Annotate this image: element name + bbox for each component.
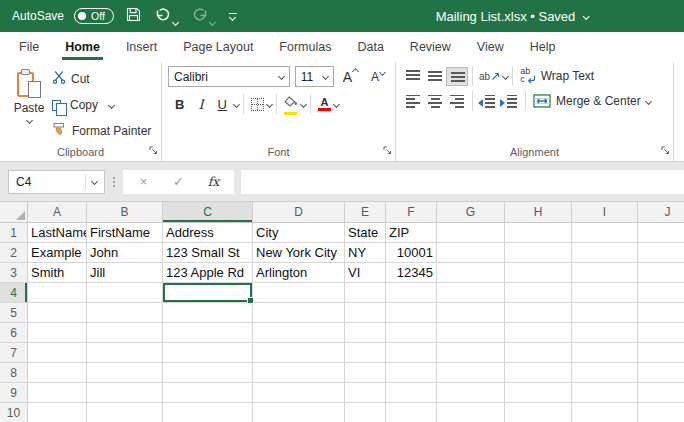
cell-H2[interactable] bbox=[505, 243, 572, 263]
tab-insert[interactable]: Insert bbox=[113, 32, 170, 62]
cell-I7[interactable] bbox=[572, 343, 638, 363]
cell-J6[interactable] bbox=[638, 323, 684, 343]
decrease-font-size-button[interactable]: A bbox=[367, 70, 389, 84]
column-header-D[interactable]: D bbox=[253, 202, 345, 223]
cell-G3[interactable] bbox=[437, 263, 505, 283]
cell-J7[interactable] bbox=[638, 343, 684, 363]
cell-J9[interactable] bbox=[638, 383, 684, 403]
align-right-button[interactable] bbox=[446, 92, 468, 111]
fill-color-button[interactable] bbox=[281, 93, 301, 115]
copy-button[interactable]: Copy bbox=[52, 94, 151, 116]
cell-E4[interactable] bbox=[345, 283, 386, 303]
cell-A7[interactable] bbox=[28, 343, 87, 363]
formula-input[interactable] bbox=[241, 170, 684, 194]
cell-H3[interactable] bbox=[505, 263, 572, 283]
font-dialog-launcher-icon[interactable] bbox=[383, 145, 392, 157]
customize-quick-access-toolbar-button[interactable] bbox=[227, 11, 239, 22]
cell-H7[interactable] bbox=[505, 343, 572, 363]
format-painter-button[interactable]: Format Painter bbox=[52, 120, 151, 142]
cell-G8[interactable] bbox=[437, 363, 505, 383]
increase-font-size-button[interactable]: A bbox=[339, 69, 362, 85]
cell-I2[interactable] bbox=[572, 243, 638, 263]
cell-B6[interactable] bbox=[87, 323, 163, 343]
cell-D2[interactable]: New York City bbox=[253, 243, 345, 263]
cell-B8[interactable] bbox=[87, 363, 163, 383]
cell-D5[interactable] bbox=[253, 303, 345, 323]
cell-A4[interactable] bbox=[28, 283, 87, 303]
name-box-dropdown-icon[interactable] bbox=[91, 178, 98, 185]
tab-review[interactable]: Review bbox=[397, 32, 464, 62]
merge-center-button[interactable]: Merge & Center bbox=[530, 94, 654, 108]
cell-B5[interactable] bbox=[87, 303, 163, 323]
cell-E2[interactable]: NY bbox=[345, 243, 386, 263]
wrap-text-button[interactable]: ab c Wrap Text bbox=[517, 68, 597, 84]
column-header-C[interactable]: C bbox=[163, 202, 253, 223]
name-box[interactable]: C4 bbox=[8, 170, 105, 194]
column-header-B[interactable]: B bbox=[87, 202, 163, 223]
cell-J3[interactable] bbox=[638, 263, 684, 283]
font-color-button[interactable]: A bbox=[315, 97, 334, 111]
center-button[interactable] bbox=[424, 92, 446, 111]
row-header-6[interactable]: 6 bbox=[0, 323, 28, 343]
cell-I1[interactable] bbox=[572, 223, 638, 243]
cell-C8[interactable] bbox=[163, 363, 253, 383]
cell-A1[interactable]: LastName bbox=[28, 223, 87, 243]
column-header-H[interactable]: H bbox=[505, 202, 572, 223]
save-button[interactable] bbox=[124, 5, 143, 27]
underline-button[interactable]: U bbox=[211, 97, 234, 112]
fill-color-dropdown-icon[interactable] bbox=[300, 100, 307, 107]
cell-B3[interactable]: Jill bbox=[87, 263, 163, 283]
cell-G1[interactable] bbox=[437, 223, 505, 243]
cell-B7[interactable] bbox=[87, 343, 163, 363]
cell-J1[interactable] bbox=[638, 223, 684, 243]
bold-button[interactable]: B bbox=[168, 97, 191, 112]
cell-F10[interactable] bbox=[386, 403, 437, 422]
decrease-indent-button[interactable] bbox=[477, 92, 499, 111]
column-header-A[interactable]: A bbox=[28, 202, 87, 223]
cell-G7[interactable] bbox=[437, 343, 505, 363]
cell-B1[interactable]: FirstName bbox=[87, 223, 163, 243]
row-header-5[interactable]: 5 bbox=[0, 303, 28, 323]
cell-G9[interactable] bbox=[437, 383, 505, 403]
align-left-button[interactable] bbox=[402, 92, 424, 111]
borders-dropdown-icon[interactable] bbox=[266, 100, 273, 107]
cell-H4[interactable] bbox=[505, 283, 572, 303]
undo-dropdown-icon[interactable] bbox=[172, 18, 179, 25]
alignment-dialog-launcher-icon[interactable] bbox=[661, 145, 670, 157]
column-header-I[interactable]: I bbox=[572, 202, 638, 223]
cell-A9[interactable] bbox=[28, 383, 87, 403]
cell-B9[interactable] bbox=[87, 383, 163, 403]
cell-C4[interactable] bbox=[163, 283, 253, 303]
cell-I5[interactable] bbox=[572, 303, 638, 323]
cell-C2[interactable]: 123 Small St bbox=[163, 243, 253, 263]
font-size-select[interactable]: 11 bbox=[295, 66, 334, 87]
cell-A2[interactable]: Example bbox=[28, 243, 87, 263]
tab-formulas[interactable]: Formulas bbox=[266, 32, 344, 62]
orientation-dropdown-icon[interactable] bbox=[502, 72, 509, 79]
cell-C5[interactable] bbox=[163, 303, 253, 323]
paste-dropdown-icon[interactable] bbox=[25, 117, 32, 124]
increase-indent-button[interactable] bbox=[499, 92, 521, 111]
cell-E10[interactable] bbox=[345, 403, 386, 422]
cell-H5[interactable] bbox=[505, 303, 572, 323]
cell-D1[interactable]: City bbox=[253, 223, 345, 243]
cell-H9[interactable] bbox=[505, 383, 572, 403]
tab-file[interactable]: File bbox=[6, 32, 52, 62]
cell-C10[interactable] bbox=[163, 403, 253, 422]
cell-G6[interactable] bbox=[437, 323, 505, 343]
row-header-8[interactable]: 8 bbox=[0, 363, 28, 383]
italic-button[interactable]: I bbox=[191, 97, 210, 112]
cell-J8[interactable] bbox=[638, 363, 684, 383]
cell-D8[interactable] bbox=[253, 363, 345, 383]
cell-I4[interactable] bbox=[572, 283, 638, 303]
undo-button[interactable] bbox=[153, 6, 180, 27]
copy-dropdown-icon[interactable] bbox=[108, 101, 115, 108]
row-header-4[interactable]: 4 bbox=[0, 283, 28, 303]
font-name-select[interactable]: Calibri bbox=[168, 66, 290, 87]
cell-J5[interactable] bbox=[638, 303, 684, 323]
cell-H6[interactable] bbox=[505, 323, 572, 343]
row-header-1[interactable]: 1 bbox=[0, 223, 28, 243]
column-header-F[interactable]: F bbox=[386, 202, 437, 223]
tab-help[interactable]: Help bbox=[517, 32, 569, 62]
cell-F4[interactable] bbox=[386, 283, 437, 303]
